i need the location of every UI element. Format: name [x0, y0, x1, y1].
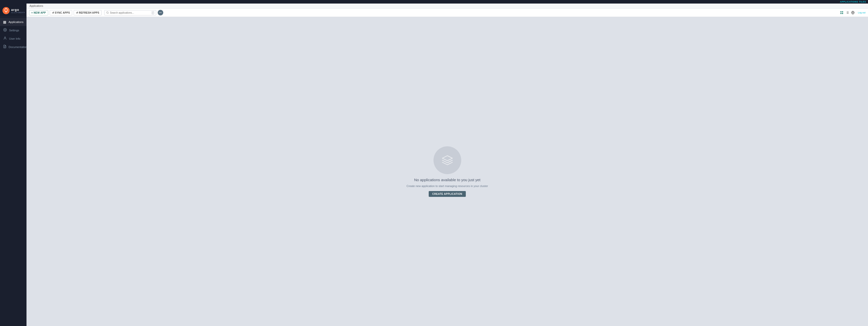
- search-bar: /: [104, 10, 156, 16]
- sidebar-logo-area: argo v2.11.6+0892474 ‹: [0, 5, 27, 17]
- svg-rect-10: [842, 11, 843, 12]
- filter-button[interactable]: —: [158, 10, 163, 16]
- refresh-apps-button[interactable]: ↺ REFRESH APPS: [74, 10, 101, 16]
- network-view-button[interactable]: [850, 10, 856, 15]
- sidebar-item-label-docs: Documentation: [8, 46, 27, 49]
- logo-version: v2.11.6+0892474: [11, 11, 25, 13]
- toolbar: + NEW APP ↺ SYNC APPS ↺ REFRESH APPS / —: [27, 8, 868, 17]
- svg-rect-11: [840, 13, 841, 14]
- search-icon: [106, 11, 109, 14]
- sidebar-nav: ▦ Applications Settings: [0, 18, 27, 51]
- svg-point-8: [106, 11, 108, 13]
- app-tiles-link[interactable]: APPLICATIONS TILES: [840, 0, 866, 3]
- view-toggle: Log out: [839, 10, 866, 15]
- grid-icon: [840, 11, 843, 15]
- svg-rect-12: [842, 13, 843, 14]
- empty-title: No applications available to you just ye…: [414, 178, 480, 182]
- create-application-button[interactable]: CREATE APPLICATION: [429, 191, 466, 197]
- sidebar: argo v2.11.6+0892474 ‹ ▦ Applications Se…: [0, 3, 27, 326]
- svg-rect-9: [840, 11, 841, 12]
- sidebar-item-label-userinfo: User Info: [9, 37, 21, 40]
- svg-point-2: [5, 11, 6, 12]
- globe-icon: [851, 11, 855, 15]
- svg-point-5: [4, 37, 6, 38]
- sidebar-item-applications[interactable]: ▦ Applications: [0, 18, 27, 26]
- sync-apps-button[interactable]: ↺ SYNC APPS: [50, 10, 72, 16]
- sidebar-item-settings[interactable]: Settings: [0, 26, 27, 34]
- applications-icon: ▦: [3, 20, 6, 24]
- filter-icon: —: [159, 11, 162, 14]
- sidebar-item-label-settings: Settings: [9, 29, 19, 32]
- breadcrumb-text: Applications: [30, 4, 43, 7]
- logo-name: argo: [11, 8, 25, 11]
- empty-state: No applications available to you just ye…: [406, 146, 488, 197]
- avatar: [2, 7, 9, 14]
- empty-icon-circle: [434, 146, 461, 174]
- main-layout: argo v2.11.6+0892474 ‹ ▦ Applications Se…: [0, 3, 868, 326]
- settings-icon: [3, 28, 7, 32]
- grid-view-button[interactable]: [839, 10, 844, 15]
- new-app-button[interactable]: + NEW APP: [29, 10, 48, 16]
- svg-point-0: [2, 7, 9, 14]
- documentation-icon: [3, 45, 6, 49]
- top-bar: APPLICATIONS TILES: [0, 0, 868, 3]
- logo-text: argo v2.11.6+0892474: [11, 8, 25, 13]
- breadcrumb: Applications: [27, 3, 868, 8]
- list-view-button[interactable]: [845, 10, 850, 15]
- sidebar-item-label: Applications: [8, 21, 24, 24]
- list-icon: [845, 11, 849, 15]
- main-content: No applications available to you just ye…: [27, 17, 868, 326]
- layers-icon: [440, 153, 455, 167]
- svg-point-4: [4, 29, 5, 30]
- sidebar-item-documentation[interactable]: Documentation: [0, 43, 27, 51]
- user-icon: [3, 36, 7, 41]
- content-area: Applications + NEW APP ↺ SYNC APPS ↺ REF…: [27, 3, 868, 326]
- search-input[interactable]: [110, 11, 150, 14]
- empty-subtitle: Create new application to start managing…: [406, 185, 488, 188]
- sidebar-item-userinfo[interactable]: User Info: [0, 34, 27, 43]
- logout-link[interactable]: Log out: [858, 11, 866, 14]
- search-shortcut: /: [152, 11, 154, 15]
